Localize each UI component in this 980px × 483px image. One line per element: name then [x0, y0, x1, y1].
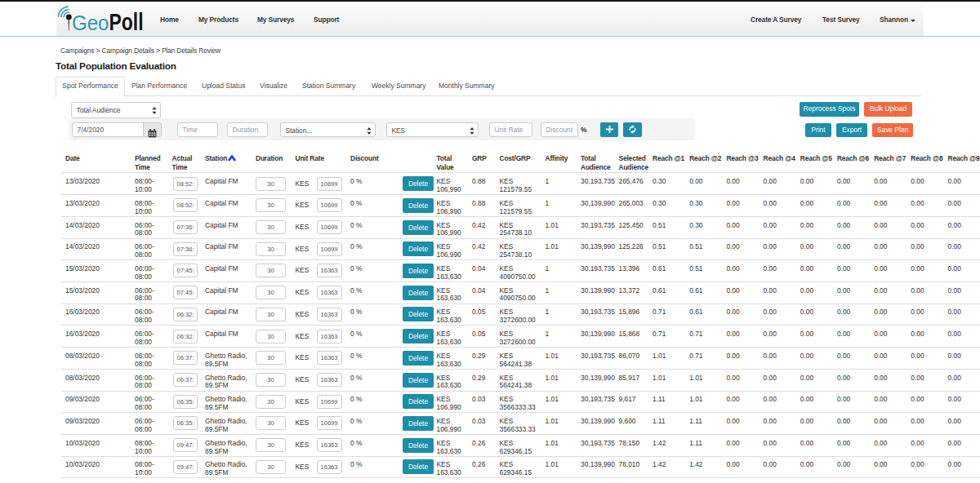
svg-text:Poll: Poll	[109, 8, 144, 35]
svg-text:Geo: Geo	[72, 11, 109, 35]
